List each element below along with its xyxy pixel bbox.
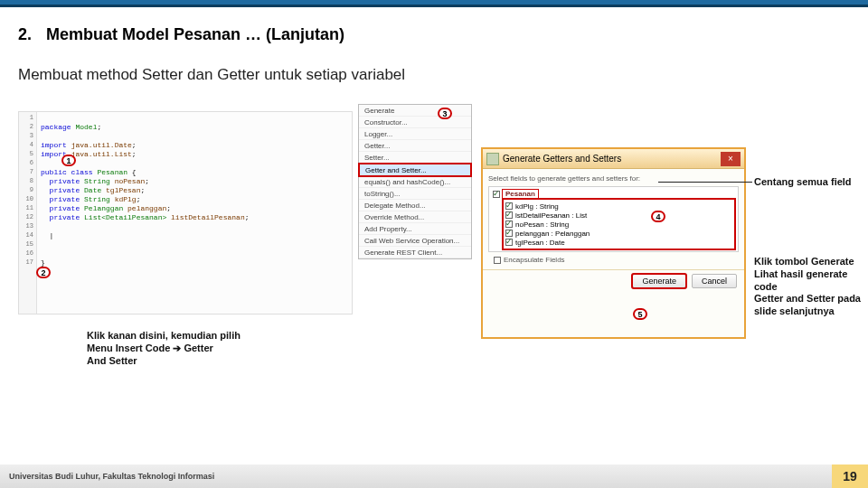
code-editor: 1234567891011121314151617 package Model;… bbox=[18, 111, 353, 314]
tree-root: Pesanan bbox=[503, 190, 538, 198]
menu-item[interactable]: equals() and hashCode()... bbox=[359, 176, 471, 188]
field-row[interactable]: tglPesan : Date bbox=[505, 238, 732, 247]
marker-2: 2 bbox=[36, 267, 51, 278]
menu-item[interactable]: Delegate Method... bbox=[359, 200, 471, 211]
menu-item[interactable]: Setter... bbox=[359, 152, 471, 164]
encapsulate-checkbox[interactable] bbox=[494, 257, 501, 264]
annotation-right-click: Klik kanan disini, kemudian pilih Menu I… bbox=[87, 330, 277, 367]
menu-item[interactable]: Generate REST Client... bbox=[359, 247, 471, 258]
marker-1: 1 bbox=[61, 155, 76, 166]
title-text: Membuat Model Pesanan … (Lanjutan) bbox=[46, 25, 344, 43]
marker-3: 3 bbox=[438, 108, 452, 119]
generate-dialog: Generate Getters and Setters × Select fi… bbox=[481, 147, 746, 339]
slide-subtitle: Membuat method Setter dan Getter untuk s… bbox=[18, 66, 850, 84]
top-bar bbox=[0, 0, 868, 7]
dialog-title: Generate Getters and Setters bbox=[503, 154, 717, 164]
menu-item[interactable]: Add Property... bbox=[359, 223, 471, 235]
menu-item[interactable]: Call Web Service Operation... bbox=[359, 235, 471, 247]
field-row[interactable]: kdPlg : String bbox=[505, 202, 732, 211]
marker-5: 5 bbox=[633, 308, 647, 320]
field-row[interactable]: noPesan : String bbox=[505, 220, 732, 229]
generate-button[interactable]: Generate bbox=[632, 274, 686, 288]
dialog-header: Generate Getters and Setters × bbox=[483, 149, 744, 169]
footer-university: Universitas Budi Luhur, Fakultas Teknolo… bbox=[0, 472, 214, 481]
menu-item[interactable]: Constructor... bbox=[359, 117, 471, 128]
menu-item[interactable]: Generate bbox=[359, 105, 471, 117]
menu-item[interactable]: Getter... bbox=[359, 140, 471, 152]
annotation-check-all: Centang semua field bbox=[754, 176, 868, 189]
page-number: 19 bbox=[832, 465, 868, 488]
cancel-button[interactable]: Cancel bbox=[692, 274, 737, 288]
close-icon[interactable]: × bbox=[721, 152, 741, 166]
marker-4: 4 bbox=[651, 211, 665, 222]
annotation-generate: Klik tombol Generate Lihat hasil generat… bbox=[754, 256, 868, 318]
menu-item[interactable]: Logger... bbox=[359, 128, 471, 140]
dialog-icon bbox=[486, 153, 499, 165]
field-tree: Pesanan kdPlg : StringlstDetailPesanan :… bbox=[488, 186, 739, 252]
slide-title: 2. Membuat Model Pesanan … (Lanjutan) bbox=[18, 25, 850, 44]
main-area: 1234567891011121314151617 package Model;… bbox=[18, 111, 850, 418]
encapsulate-label: Encapsulate Fields bbox=[504, 256, 565, 264]
menu-item[interactable]: Override Method... bbox=[359, 211, 471, 223]
root-checkbox[interactable] bbox=[493, 191, 500, 198]
footer: Universitas Budi Luhur, Fakultas Teknolo… bbox=[0, 465, 868, 488]
title-number: 2. bbox=[18, 25, 42, 44]
field-row[interactable]: pelanggan : Pelanggan bbox=[505, 229, 732, 238]
field-row[interactable]: lstDetailPesanan : List bbox=[505, 211, 732, 220]
insert-code-menu: GenerateConstructor...Logger...Getter...… bbox=[358, 104, 472, 259]
menu-item[interactable]: Getter and Setter... bbox=[359, 164, 471, 176]
menu-item[interactable]: toString()... bbox=[359, 188, 471, 200]
